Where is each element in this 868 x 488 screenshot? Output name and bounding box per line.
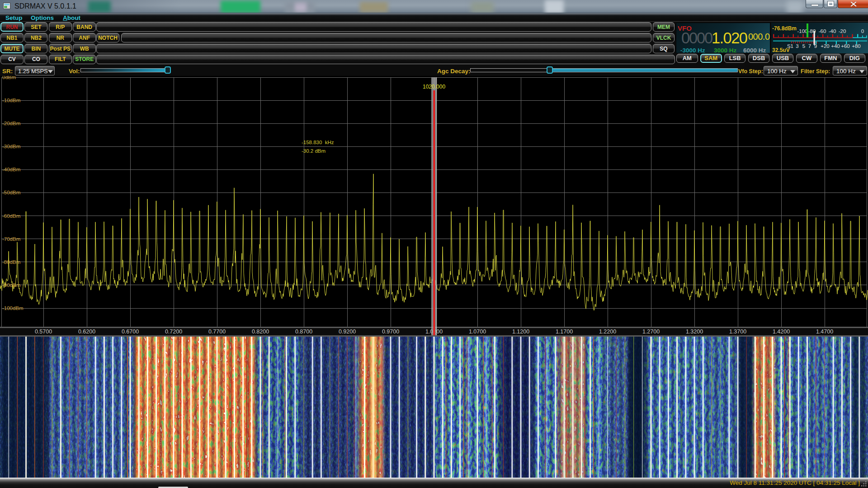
svg-text:1020.000: 1020.000	[423, 84, 445, 90]
svg-text:S1: S1	[787, 43, 793, 49]
svg-text:0: 0	[861, 28, 864, 34]
svg-text:5: 5	[802, 43, 805, 49]
svg-text:+60: +60	[841, 43, 850, 49]
svg-text:-40: -40	[829, 28, 836, 34]
svg-text:7: 7	[808, 43, 811, 49]
svg-text:+40: +40	[831, 43, 840, 49]
svg-text:3: 3	[796, 43, 798, 49]
svg-text:+80: +80	[852, 43, 861, 49]
svg-text:-60: -60	[819, 28, 826, 34]
svg-text:-20: -20	[839, 28, 846, 34]
svg-text:+20: +20	[821, 43, 830, 49]
svg-text:-100: -100	[797, 28, 807, 34]
